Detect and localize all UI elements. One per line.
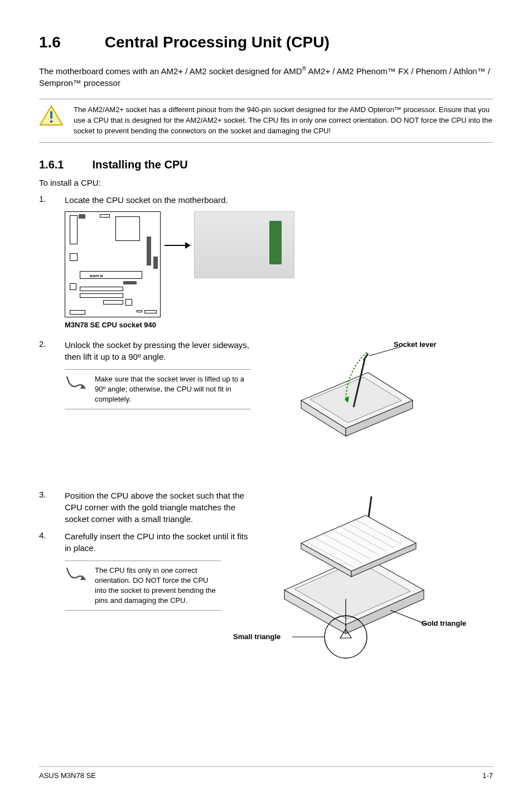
note-step2: Make sure that the socket lever is lifte… [65, 369, 251, 410]
step-2: 2. Unlock the socket by pressing the lev… [39, 339, 251, 363]
arrow-icon [165, 245, 190, 246]
step34-row: 3. Position the CPU above the socket suc… [39, 490, 493, 668]
cpu-insert-illustration: Gold triangle Small triangle [262, 490, 463, 668]
step-4-number: 4. [39, 530, 50, 554]
to-install-label: To install a CPU: [39, 177, 493, 189]
step-4: 4. Carefully insert the CPU into the soc… [39, 530, 251, 554]
caution-callout: The AM2/AM2+ socket has a different pino… [39, 99, 493, 143]
section-title-text: Central Processing Unit (CPU) [105, 33, 330, 51]
svg-rect-0 [50, 111, 52, 119]
motherboard-figure-row: M3N78 SE [65, 211, 493, 317]
intro-paragraph: The motherboard comes with an AM2+ / AM2… [39, 65, 493, 89]
socket-lever-label: Socket lever [394, 340, 437, 349]
cpu-photo [194, 211, 294, 278]
caution-icon [39, 105, 64, 126]
note-icon [65, 374, 87, 392]
note-step4-text: The CPU fits only in one correct orienta… [95, 566, 221, 606]
svg-point-1 [50, 120, 53, 123]
gold-triangle-label: Gold triangle [422, 619, 466, 627]
step-3-text: Position the CPU above the socket such t… [65, 490, 251, 525]
socket-lever-illustration: Socket lever [262, 339, 441, 484]
step-3-number: 3. [39, 490, 50, 525]
section-heading: 1.6 Central Processing Unit (CPU) [39, 33, 493, 51]
step-1-text: Locate the CPU socket on the motherboard… [65, 194, 228, 206]
note-step2-text: Make sure that the socket lever is lifte… [95, 374, 251, 405]
step-2-number: 2. [39, 339, 50, 363]
step-3: 3. Position the CPU above the socket suc… [39, 490, 251, 525]
step-4-text: Carefully insert the CPU into the socket… [65, 530, 251, 554]
step-2-text: Unlock the socket by pressing the lever … [65, 339, 251, 363]
note-step4: The CPU fits only in one correct orienta… [65, 561, 221, 611]
section-number: 1.6 [39, 33, 100, 51]
subsection-number: 1.6.1 [39, 158, 89, 171]
page-footer: ASUS M3N78 SE 1-7 [39, 766, 493, 780]
svg-marker-14 [301, 515, 416, 571]
motherboard-diagram: M3N78 SE [65, 211, 161, 317]
subsection-title-text: Installing the CPU [93, 158, 188, 171]
small-triangle-label: Small triangle [233, 632, 280, 641]
step2-row: 2. Unlock the socket by pressing the lev… [39, 339, 493, 484]
motherboard-caption: M3N78 SE CPU socket 940 [65, 321, 493, 329]
step-1-number: 1. [39, 194, 50, 206]
subsection-heading: 1.6.1 Installing the CPU [39, 158, 493, 171]
footer-product: ASUS M3N78 SE [39, 771, 96, 780]
motherboard-model-label: M3N78 SE [90, 274, 103, 278]
note-icon [65, 566, 87, 583]
step-1: 1. Locate the CPU socket on the motherbo… [39, 194, 493, 206]
caution-text: The AM2/AM2+ socket has a different pino… [74, 105, 493, 137]
intro-text-1: The motherboard comes with an AM2+ / AM2… [39, 66, 302, 76]
footer-page-number: 1-7 [482, 771, 493, 780]
